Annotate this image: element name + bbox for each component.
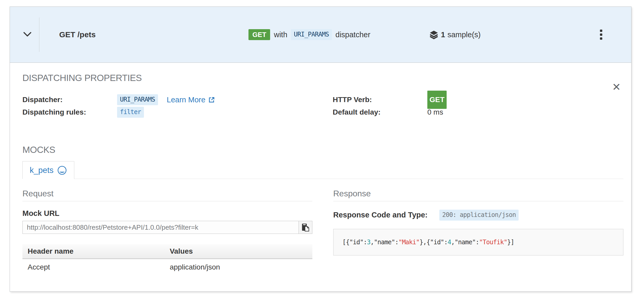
method-badge: GET <box>248 29 270 40</box>
kebab-dot <box>600 38 602 40</box>
operation-card: GET /pets GET with URI_PARAMS dispatcher… <box>10 7 631 292</box>
dispatcher-summary: GET with URI_PARAMS dispatcher <box>248 29 370 40</box>
copy-url-button[interactable] <box>299 221 312 234</box>
layers-icon <box>429 30 439 39</box>
operation-header: GET /pets GET with URI_PARAMS dispatcher… <box>10 7 631 63</box>
default-delay-value: 0 ms <box>427 108 443 116</box>
request-title: Request <box>22 189 312 201</box>
response-column: Response Response Code and Type: 200: ap… <box>333 179 623 275</box>
with-text: with <box>274 30 287 39</box>
mock-url-label: Mock URL <box>22 209 312 218</box>
column-values: Values <box>165 244 312 259</box>
json-token: [{"id": <box>342 239 367 246</box>
header-name-cell: Accept <box>22 259 165 276</box>
http-verb-badge: GET <box>427 91 447 109</box>
operation-title: GET /pets <box>59 30 96 39</box>
dispatching-properties-title: DISPATCHING PROPERTIES <box>22 73 623 83</box>
kebab-dot <box>600 34 602 36</box>
dispatcher-value-chip: URI_PARAMS <box>117 94 158 105</box>
response-code-chip: 200: application/json <box>439 210 519 221</box>
header-value-cell: application/json <box>165 259 312 276</box>
json-string-token: "Maki" <box>398 239 420 246</box>
close-button[interactable]: ✕ <box>610 82 622 92</box>
samples-count: 1 <box>441 30 445 39</box>
request-headers-table: Header name Values Accept application/js… <box>22 244 312 275</box>
dispatcher-row: Dispatcher: URI_PARAMS Learn More <box>22 93 333 106</box>
external-link-icon <box>208 96 215 103</box>
dispatcher-chip: URI_PARAMS <box>291 29 332 40</box>
dispatching-rules-label: Dispatching rules: <box>22 108 117 116</box>
learn-more-link[interactable]: Learn More <box>167 96 215 104</box>
http-verb-label: HTTP Verb: <box>333 96 427 104</box>
smiley-status-icon <box>57 165 67 175</box>
json-number-token: 4 <box>448 239 451 246</box>
json-token: }] <box>507 239 514 246</box>
tab-label: k_pets <box>30 166 53 175</box>
chevron-down-icon <box>23 32 32 38</box>
mocks-title: MOCKS <box>22 145 623 155</box>
dispatching-properties: Dispatcher: URI_PARAMS Learn More <box>22 93 623 118</box>
dispatcher-text: dispatcher <box>336 30 370 39</box>
kebab-menu-button[interactable] <box>598 28 604 41</box>
dispatcher-label: Dispatcher: <box>22 96 117 104</box>
collapse-chevron-button[interactable] <box>23 32 32 38</box>
json-token: ,"name": <box>451 239 479 246</box>
json-string-token: "Toufik" <box>479 239 507 246</box>
table-row: Accept application/json <box>22 259 312 276</box>
response-title: Response <box>333 189 623 201</box>
dispatching-rules-chip: filter <box>117 107 144 118</box>
samples-label: sample(s) <box>447 30 481 39</box>
mock-url-value[interactable]: http://localhost:8080/rest/Petstore+API/… <box>23 221 299 234</box>
default-delay-label: Default delay: <box>333 108 427 116</box>
learn-more-label: Learn More <box>167 96 205 104</box>
json-token: ,"name": <box>370 239 399 246</box>
http-verb-row: HTTP Verb: GET <box>333 93 623 106</box>
response-code-row: Response Code and Type: 200: application… <box>333 210 623 221</box>
kebab-dot <box>600 30 602 32</box>
mock-detail-columns: Request Mock URL http://localhost:8080/r… <box>22 179 623 275</box>
paste-icon <box>302 223 309 232</box>
response-code-label: Response Code and Type: <box>333 211 428 219</box>
samples-indicator: 1 sample(s) <box>429 30 481 39</box>
table-header-row: Header name Values <box>22 244 312 259</box>
column-header-name: Header name <box>22 244 165 259</box>
mocks-tabs: k_pets <box>22 161 623 179</box>
default-delay-row: Default delay: 0 ms <box>333 106 623 118</box>
tabs-baseline <box>74 161 623 179</box>
json-number-token: 3 <box>367 239 370 246</box>
json-token: },{"id": <box>420 239 448 246</box>
response-body-code: [{"id":3,"name":"Maki"},{"id":4,"name":"… <box>333 229 623 255</box>
mock-url-box: http://localhost:8080/rest/Petstore+API/… <box>22 221 312 234</box>
request-column: Request Mock URL http://localhost:8080/r… <box>22 179 312 275</box>
tab-k-pets[interactable]: k_pets <box>22 161 74 179</box>
dispatching-rules-row: Dispatching rules: filter <box>22 106 333 118</box>
header-divider <box>39 17 39 52</box>
operation-details-panel: ✕ DISPATCHING PROPERTIES Dispatcher: URI… <box>10 73 631 275</box>
